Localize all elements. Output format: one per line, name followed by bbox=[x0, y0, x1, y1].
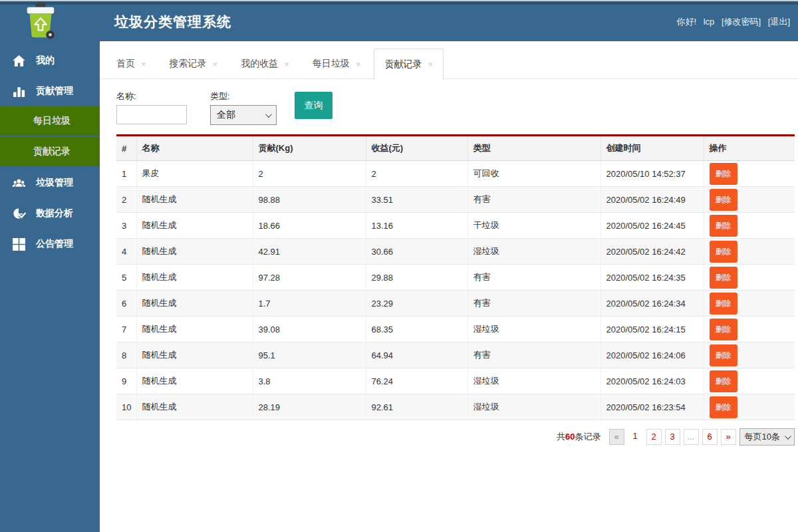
tab-daily-garbage[interactable]: 每日垃圾× bbox=[303, 49, 371, 78]
delete-button[interactable]: 删除 bbox=[710, 396, 737, 418]
table-cell: 1 bbox=[116, 161, 136, 187]
sidebar-item-label: 每日垃圾 bbox=[33, 115, 70, 127]
table-row: 3随机生成18.6613.16干垃圾2020/05/02 16:24:45删除 bbox=[116, 213, 795, 239]
page-title: 垃圾分类管理系统 bbox=[114, 0, 231, 41]
table-cell: 10 bbox=[116, 394, 136, 420]
table-row: 8随机生成95.164.94有害2020/05/02 16:24:06删除 bbox=[116, 342, 795, 368]
record-count-text: 共60条记录 bbox=[557, 431, 600, 443]
sidebar-item-label: 公告管理 bbox=[36, 238, 73, 250]
page-current: 1 bbox=[628, 429, 643, 445]
table-cell: 39.08 bbox=[253, 317, 366, 342]
type-select[interactable]: 全部 bbox=[210, 105, 277, 125]
page-buttons: «123...6» bbox=[609, 429, 736, 445]
sidebar-item-contribution-management[interactable]: 贡献管理 bbox=[0, 76, 100, 106]
sidebar: 我的贡献管理每日垃圾贡献记录垃圾管理数据分析公告管理 bbox=[0, 41, 100, 532]
table-cell: 64.94 bbox=[366, 342, 467, 368]
name-input[interactable] bbox=[116, 105, 187, 124]
delete-button[interactable]: 删除 bbox=[710, 215, 737, 237]
sidebar-item-label: 贡献管理 bbox=[36, 85, 73, 97]
tab-label: 搜索记录 bbox=[170, 58, 207, 70]
page-6-button[interactable]: 6 bbox=[702, 429, 718, 445]
table-cell: 随机生成 bbox=[136, 239, 253, 265]
tab-bar: 首页×搜索记录×我的收益×每日垃圾×贡献记录× bbox=[100, 41, 798, 79]
column-header: 创建时间 bbox=[600, 136, 704, 161]
table-cell: 随机生成 bbox=[136, 213, 253, 239]
tab-search-records[interactable]: 搜索记录× bbox=[160, 49, 228, 78]
type-select-value: 全部 bbox=[217, 109, 235, 121]
table-cell: 95.1 bbox=[253, 342, 366, 368]
sidebar-item-mine[interactable]: 我的 bbox=[0, 45, 100, 76]
actions-cell: 删除 bbox=[704, 342, 795, 368]
close-icon[interactable]: × bbox=[284, 59, 289, 69]
table-cell: 随机生成 bbox=[136, 291, 253, 317]
sidebar-item-announcement-management[interactable]: 公告管理 bbox=[0, 229, 100, 259]
table-cell: 2020/05/10 14:52:37 bbox=[600, 161, 704, 187]
delete-button[interactable]: 删除 bbox=[710, 370, 737, 392]
close-icon[interactable]: × bbox=[356, 59, 361, 69]
records-table: #名称贡献(Kg)收益(元)类型创建时间操作 1果皮22可回收2020/05/1… bbox=[116, 136, 795, 420]
close-icon[interactable]: × bbox=[428, 59, 433, 69]
delete-button[interactable]: 删除 bbox=[710, 319, 737, 340]
table-cell: 果皮 bbox=[136, 161, 253, 187]
table-cell: 8 bbox=[116, 342, 136, 368]
sidebar-item-data-analysis[interactable]: 数据分析 bbox=[0, 198, 100, 229]
sidebar-item-garbage-management[interactable]: 垃圾管理 bbox=[0, 168, 100, 198]
table-cell: 3 bbox=[116, 213, 136, 239]
chevron-down-icon bbox=[265, 111, 272, 118]
close-icon[interactable]: × bbox=[141, 59, 146, 69]
column-header: 贡献(Kg) bbox=[253, 136, 366, 161]
sidebar-item-contribution-records[interactable]: 贡献记录 bbox=[0, 137, 100, 168]
name-field-group: 名称: bbox=[116, 90, 187, 124]
page-prev-button[interactable]: « bbox=[609, 429, 624, 445]
sidebar-item-label: 贡献记录 bbox=[33, 146, 70, 158]
name-label: 名称: bbox=[116, 90, 187, 102]
type-label: 类型: bbox=[210, 90, 277, 102]
home-icon bbox=[12, 53, 28, 68]
chevron-down-icon bbox=[785, 433, 791, 440]
table-cell: 28.19 bbox=[253, 394, 366, 420]
sidebar-item-daily-garbage[interactable]: 每日垃圾 bbox=[0, 106, 100, 137]
table-cell: 2020/05/02 16:24:03 bbox=[600, 368, 704, 394]
delete-button[interactable]: 删除 bbox=[710, 267, 737, 289]
delete-button[interactable]: 删除 bbox=[710, 189, 737, 211]
table-cell: 23.29 bbox=[366, 291, 467, 317]
close-icon[interactable]: × bbox=[213, 59, 218, 69]
table-cell: 有害 bbox=[467, 187, 600, 213]
table-cell: 2020/05/02 16:24:45 bbox=[600, 213, 704, 239]
table-cell: 湿垃圾 bbox=[467, 239, 600, 265]
tab-home[interactable]: 首页× bbox=[106, 49, 156, 78]
table-cell: 1.7 bbox=[253, 291, 366, 317]
table-cell: 2 bbox=[253, 161, 366, 187]
search-button[interactable]: 查询 bbox=[295, 92, 332, 119]
change-password-link[interactable]: [修改密码] bbox=[722, 17, 761, 27]
table-cell: 2 bbox=[366, 161, 467, 187]
table-cell: 9 bbox=[116, 368, 136, 394]
page-size-select[interactable]: 每页10条 bbox=[739, 428, 795, 446]
table-cell: 42.91 bbox=[253, 239, 366, 265]
delete-button[interactable]: 删除 bbox=[710, 241, 737, 263]
pagination-bar: 共60条记录 «123...6» 每页10条 bbox=[100, 428, 795, 446]
table-cell: 随机生成 bbox=[136, 187, 253, 213]
table-body: 1果皮22可回收2020/05/10 14:52:37删除2随机生成98.883… bbox=[116, 161, 795, 420]
delete-button[interactable]: 删除 bbox=[710, 344, 737, 366]
page-3-button[interactable]: 3 bbox=[665, 429, 680, 445]
table-cell: 湿垃圾 bbox=[467, 317, 600, 342]
column-header: 收益(元) bbox=[366, 136, 467, 161]
tab-label: 每日垃圾 bbox=[313, 58, 350, 70]
logout-link[interactable]: [退出] bbox=[768, 17, 790, 27]
page-2-button[interactable]: 2 bbox=[646, 429, 662, 445]
tab-my-earnings[interactable]: 我的收益× bbox=[231, 49, 299, 78]
actions-cell: 删除 bbox=[704, 265, 795, 291]
page-next-button[interactable]: » bbox=[721, 429, 736, 445]
delete-button[interactable]: 删除 bbox=[710, 163, 737, 185]
table-cell: 98.88 bbox=[253, 187, 366, 213]
table-cell: 68.35 bbox=[366, 317, 467, 342]
table-row: 5随机生成97.2829.88有害2020/05/02 16:24:35删除 bbox=[116, 265, 795, 291]
actions-cell: 删除 bbox=[704, 187, 795, 213]
analysis-icon bbox=[12, 206, 28, 221]
table-cell: 随机生成 bbox=[136, 394, 253, 420]
table-cell: 2020/05/02 16:24:15 bbox=[600, 317, 704, 342]
delete-button[interactable]: 删除 bbox=[710, 293, 737, 315]
tab-contribution-records[interactable]: 贡献记录× bbox=[374, 49, 444, 79]
table-cell: 6 bbox=[116, 291, 136, 317]
